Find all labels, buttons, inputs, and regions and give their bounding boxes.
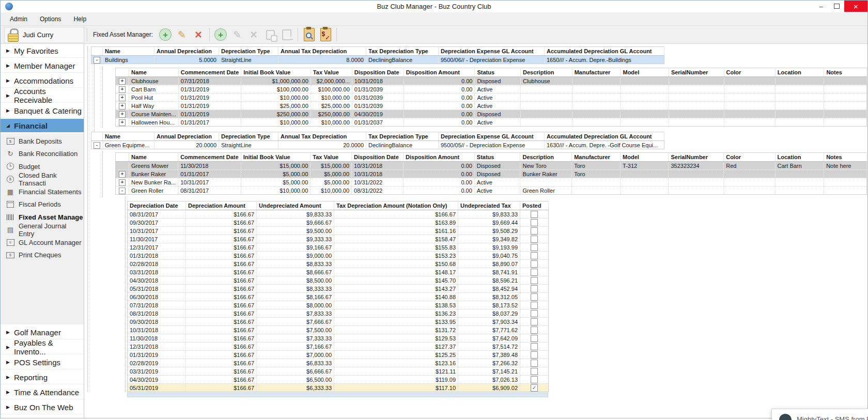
post-depreciation-button[interactable]: $✓ — [318, 27, 333, 42]
column-header-model[interactable]: Model — [621, 153, 669, 162]
posted-checkbox[interactable] — [531, 376, 538, 383]
column-header-annual-tax-depreciation[interactable]: Annual Tax Depreciation — [278, 47, 366, 56]
sidebar-group-payables-invento[interactable]: ▶ Payables & Invento... — [1, 340, 84, 354]
column-header-manufacturer[interactable]: Manufacturer — [572, 68, 621, 77]
expand-toggle-icon[interactable]: + — [119, 95, 126, 101]
depreciation-row[interactable]: 03/31/2019$166.67$6,666.67$121.11$7,145.… — [128, 367, 549, 376]
column-header-annual-depreciation[interactable]: Annual Depreciation — [154, 47, 219, 56]
column-header-disposition-date[interactable]: Disposition Date — [352, 68, 404, 77]
depreciation-row[interactable]: 08/31/2017$166.67$9,833.33$166.67$9,833.… — [128, 210, 549, 219]
column-header-commencement-date[interactable]: Commencement Date — [178, 68, 241, 77]
depreciation-row[interactable]: 02/28/2019$166.67$6,833.33$123.16$7,266.… — [128, 359, 549, 367]
minimize-button[interactable]: – — [813, 1, 829, 12]
current-user-box[interactable]: Judi Curry — [4, 27, 84, 43]
depreciation-row[interactable]: 09/30/2017$166.67$9,666.67$163.89$9,669.… — [128, 219, 549, 227]
sidebar-item-bank-deposits[interactable]: $ Bank Deposits — [1, 135, 84, 148]
depreciation-row[interactable]: 05/31/2019$166.67$6,333.33$117.10$6,909.… — [128, 384, 549, 392]
depreciation-row[interactable]: 11/30/2017$166.67$9,333.33$158.47$9,349.… — [128, 235, 549, 243]
column-header-serialnumber[interactable]: SerialNumber — [669, 153, 724, 162]
sidebar-item-print-cheques[interactable]: $ Print Cheques — [1, 249, 84, 262]
sidebar-group-golf-manager[interactable]: ▶ Golf Manager — [1, 325, 84, 339]
column-header-color[interactable]: Color — [724, 68, 775, 77]
menu-help[interactable]: Help — [67, 13, 92, 25]
depreciation-row[interactable]: 01/31/2018$166.67$9,000.00$153.23$9,040.… — [128, 252, 549, 260]
expand-toggle-icon[interactable]: + — [119, 86, 126, 93]
title-bar[interactable]: Buz Club Manager - Buz Country Club – × — [1, 1, 867, 12]
sidebar-group-financial[interactable]: ◢ Financial — [1, 119, 84, 132]
sidebar-group-reporting[interactable]: ▶ Reporting — [1, 370, 84, 384]
expand-toggle-icon[interactable]: + — [119, 103, 126, 110]
asset-row[interactable]: +Pool Hut01/31/2019$10,000.00$10,000.000… — [116, 94, 867, 102]
column-header-accumulated-depreciation-gl-account[interactable]: Accumulated Depreciation GL Account — [545, 132, 664, 141]
posted-checkbox[interactable] — [531, 318, 538, 325]
menu-options[interactable]: Options — [34, 13, 67, 25]
column-header-depreciation-expense-gl-account[interactable]: Depreciation Expense GL Account — [439, 132, 545, 141]
edit-asset-button[interactable]: ✎ — [229, 27, 245, 42]
column-header-initial-book-value[interactable]: Initial Book Value — [241, 153, 311, 162]
maximize-button[interactable] — [829, 1, 844, 12]
column-header-undepreciated-tax[interactable]: Undepreciated Tax — [458, 201, 520, 210]
delete-asset-group-button[interactable]: × — [191, 27, 206, 42]
expand-toggle-icon[interactable]: + — [119, 78, 126, 85]
column-header-depreciation-date[interactable]: Depreciation Date — [128, 201, 186, 210]
posted-checkbox[interactable] — [531, 293, 538, 301]
asset-row[interactable]: +Cart Barn01/31/2019$100,000.00$100,000.… — [116, 85, 867, 94]
asset-row[interactable]: +Clubhouse07/31/2018$1,000,000.00$2,000,… — [116, 77, 867, 85]
column-header-annual-depreciation[interactable]: Annual Depreciation — [154, 132, 219, 141]
column-header-undepreciated-amount[interactable]: Undepreciated Amount — [257, 201, 334, 210]
posted-checkbox[interactable] — [531, 236, 538, 243]
column-header-color[interactable]: Color — [724, 153, 775, 162]
column-header-name[interactable]: Name — [129, 68, 178, 77]
depreciation-row[interactable]: 01/31/2019$166.67$7,000.00$125.25$7,389.… — [128, 351, 549, 359]
depreciation-row[interactable]: 02/28/2018$166.67$8,833.33$150.68$8,890.… — [128, 260, 549, 268]
depreciation-row[interactable]: 06/30/2018$166.67$8,166.67$140.88$8,312.… — [128, 293, 549, 301]
column-header-tax-value[interactable]: Tax Value — [311, 68, 352, 77]
depreciation-row[interactable]: 05/31/2018$166.67$8,333.33$143.27$8,452.… — [128, 285, 549, 293]
asset-row[interactable]: -Green Roller08/31/2017$10,000.00$10,000… — [116, 186, 867, 195]
asset-row[interactable]: +Course Mainten...01/31/2019$250,000.00$… — [116, 110, 867, 118]
asset-group-row[interactable]: -Buildings5.0000StraightLine8.0000Declin… — [91, 56, 664, 64]
close-button[interactable]: × — [844, 1, 867, 12]
column-header-tax-depreciation-type[interactable]: Tax Depreciation Type — [366, 47, 439, 56]
depreciation-row[interactable]: 04/30/2018$166.67$8,500.00$145.70$8,596.… — [128, 276, 549, 285]
add-asset-button[interactable]: + — [213, 27, 228, 42]
depreciation-row[interactable]: 09/30/2018$166.67$7,666.67$133.95$7,903.… — [128, 318, 549, 326]
dispose-asset-button[interactable] — [279, 27, 295, 42]
depreciation-row[interactable]: 04/30/2019$166.67$6,500.00$119.09$7,026.… — [128, 376, 549, 384]
collapse-toggle-icon[interactable]: - — [119, 188, 126, 194]
posted-checkbox[interactable] — [531, 335, 538, 342]
delete-asset-button[interactable]: × — [246, 27, 261, 42]
sidebar-item-bank-reconciliation[interactable]: ↻ Bank Reconciliation — [1, 148, 84, 161]
column-header-depreciation-expense-gl-account[interactable]: Depreciation Expense GL Account — [439, 47, 545, 56]
sidebar-group-my-favorites[interactable]: ▶ My Favorites — [1, 44, 84, 58]
column-header-notes[interactable]: Notes — [824, 153, 867, 162]
posted-checkbox[interactable]: ✓ — [531, 384, 538, 392]
posted-checkbox[interactable] — [531, 351, 538, 359]
sidebar-group-accommodations[interactable]: ▶ Accommodations — [1, 74, 84, 88]
column-header-initial-book-value[interactable]: Initial Book Value — [241, 68, 311, 77]
depreciation-row[interactable]: 12/31/2018$166.67$7,166.67$127.37$7,514.… — [128, 343, 549, 351]
column-header-depreciation-type[interactable]: Depreciation Type — [219, 132, 278, 141]
depreciation-row[interactable]: 12/31/2017$166.67$9,166.67$155.83$9,193.… — [128, 243, 549, 252]
column-header-description[interactable]: Description — [520, 153, 572, 162]
depreciation-row[interactable]: 11/30/2018$166.67$7,333.33$129.53$7,642.… — [128, 334, 549, 343]
column-header-disposition-date[interactable]: Disposition Date — [352, 153, 404, 162]
depreciation-row[interactable]: 10/31/2018$166.67$7,500.00$131.72$7,771.… — [128, 326, 549, 334]
edit-asset-group-button[interactable]: ✎ — [174, 27, 190, 42]
asset-row[interactable]: +Halloween Hou...01/31/2017$10,000.00$10… — [116, 118, 867, 127]
sidebar-group-accounts-receivable[interactable]: ▶ Accounts Receivable — [1, 89, 84, 103]
sidebar-item-financial-statements[interactable]: ▦ Financial Statements — [1, 185, 84, 198]
sidebar-group-banquet-catering[interactable]: ▶ Banquet & Catering — [1, 104, 84, 118]
column-header-depreciation-amount[interactable]: Depreciation Amount — [186, 201, 257, 210]
depreciation-row[interactable]: 03/31/2018$166.67$8,666.67$148.17$8,741.… — [128, 268, 549, 276]
asset-group-row[interactable]: -Green Equipme...20.0000StraightLine20.0… — [91, 141, 664, 149]
sidebar-item-gl-account-manager[interactable]: ≡ GL Account Manager — [1, 236, 84, 249]
posted-checkbox[interactable] — [531, 244, 538, 251]
column-header-status[interactable]: Status — [475, 68, 521, 77]
column-header-depreciation-type[interactable]: Depreciation Type — [219, 47, 278, 56]
posted-checkbox[interactable] — [531, 343, 538, 350]
posted-checkbox[interactable] — [531, 326, 538, 334]
expand-toggle-icon[interactable]: + — [119, 179, 126, 186]
expand-toggle-icon[interactable]: + — [119, 111, 126, 118]
review-depreciation-button[interactable] — [301, 27, 317, 42]
